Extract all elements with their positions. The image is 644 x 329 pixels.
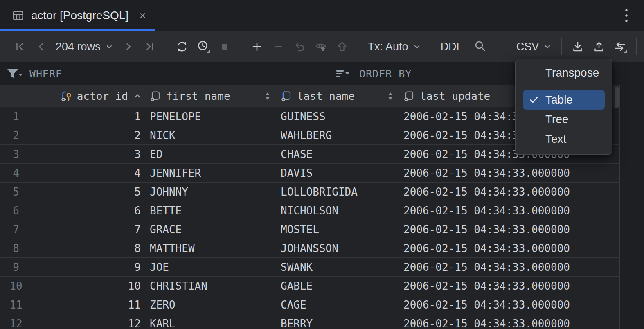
close-icon[interactable]: [137, 10, 148, 21]
row-number-cell[interactable]: 5: [0, 183, 32, 201]
row-number-cell[interactable]: 10: [0, 277, 32, 295]
cell-last-name[interactable]: GABLE: [277, 277, 400, 295]
clock-icon[interactable]: [196, 40, 210, 54]
cell-first-name[interactable]: NICK: [146, 126, 277, 144]
search-icon[interactable]: [473, 40, 487, 54]
cell-last-name[interactable]: JOHANSSON: [277, 239, 400, 257]
kebab-menu-icon[interactable]: [619, 5, 633, 26]
order-by-label[interactable]: ORDER BY: [359, 68, 412, 80]
cell-actor-id[interactable]: 5: [32, 183, 146, 201]
cell-last-name[interactable]: SWANK: [277, 258, 400, 276]
cell-first-name[interactable]: CHRISTIAN: [146, 277, 277, 295]
cell-first-name[interactable]: GRACE: [146, 220, 277, 239]
cell-actor-id[interactable]: 10: [32, 277, 146, 295]
row-number-cell[interactable]: 6: [0, 201, 32, 220]
row-number-cell[interactable]: 12: [0, 314, 32, 329]
tx-mode-selector[interactable]: Tx: Auto: [368, 41, 421, 53]
last-page-icon[interactable]: [143, 40, 157, 54]
cell-last-name[interactable]: GUINESS: [277, 107, 400, 126]
cell-actor-id[interactable]: 6: [32, 201, 146, 220]
cell-last-update[interactable]: 2006-02-15 04:34:33.000000: [400, 295, 620, 314]
row-number-cell[interactable]: 3: [0, 145, 32, 163]
menu-item-tree[interactable]: Tree: [523, 110, 605, 129]
refresh-icon[interactable]: [175, 40, 189, 54]
cell-actor-id[interactable]: 9: [32, 258, 146, 276]
export-format-selector[interactable]: CSV: [516, 41, 552, 53]
cell-last-name[interactable]: CAGE: [277, 295, 400, 314]
cell-first-name[interactable]: JENNIFER: [146, 164, 277, 182]
first-page-icon[interactable]: [13, 40, 27, 54]
cell-last-name[interactable]: WAHLBERG: [277, 126, 400, 144]
menu-item-transpose[interactable]: Transpose: [523, 63, 605, 83]
cell-last-update[interactable]: 2006-02-15 04:34:33.000000: [400, 314, 620, 329]
cell-first-name[interactable]: JOHNNY: [146, 183, 277, 201]
cell-last-name[interactable]: MOSTEL: [277, 220, 400, 239]
plus-icon[interactable]: [250, 40, 264, 54]
row-number-cell[interactable]: 9: [0, 258, 32, 276]
toolbar-separator: [358, 38, 358, 55]
cell-last-update[interactable]: 2006-02-15 04:34:33.000000: [400, 201, 620, 220]
undo-icon[interactable]: [293, 40, 306, 54]
chevron-left-icon[interactable]: [34, 40, 48, 54]
column-header-first-name[interactable]: first_name: [146, 85, 277, 107]
cell-last-update[interactable]: 2006-02-15 04:34:33.000000: [400, 164, 620, 182]
funnel-icon[interactable]: [6, 67, 24, 80]
cell-last-name[interactable]: DAVIS: [277, 164, 400, 182]
cell-actor-id[interactable]: 2: [32, 126, 146, 144]
cell-last-update[interactable]: 2006-02-15 04:34:33.000000: [400, 239, 620, 257]
row-number-cell[interactable]: 2: [0, 126, 32, 144]
vertical-scrollbar-thumb[interactable]: [615, 87, 619, 108]
cell-last-name[interactable]: LOLLOBRIGIDA: [277, 183, 400, 201]
cell-last-update[interactable]: 2006-02-15 04:34:33.000000: [400, 258, 620, 276]
chevron-right-icon[interactable]: [122, 40, 135, 54]
row-number-cell[interactable]: 1: [0, 107, 32, 126]
cell-last-name[interactable]: NICHOLSON: [277, 201, 400, 220]
cell-first-name[interactable]: KARL: [146, 314, 277, 329]
stop-icon[interactable]: [218, 40, 232, 54]
cell-actor-id[interactable]: 4: [32, 164, 146, 182]
sort-lines-icon[interactable]: [335, 67, 353, 80]
cell-actor-id[interactable]: 8: [32, 239, 146, 257]
cell-first-name[interactable]: BETTE: [146, 201, 277, 220]
cell-actor-id[interactable]: 3: [32, 145, 146, 163]
cell-last-name[interactable]: BERRY: [277, 314, 400, 329]
cell-actor-id[interactable]: 7: [32, 220, 146, 239]
column-header-actor-id[interactable]: actor_id: [32, 85, 146, 107]
ddl-label: DDL: [441, 41, 463, 53]
arrow-up-outline-icon[interactable]: [335, 40, 349, 54]
row-number-cell[interactable]: 7: [0, 220, 32, 239]
minus-icon[interactable]: [271, 40, 285, 54]
order-by-area[interactable]: ORDER BY: [335, 62, 412, 85]
cell-last-name[interactable]: CHASE: [277, 145, 400, 163]
cell-last-update[interactable]: 2006-02-15 04:34:33.000000: [400, 183, 620, 201]
menu-item-text[interactable]: Text: [523, 129, 605, 149]
menu-item-table[interactable]: Table: [523, 90, 605, 110]
cell-first-name[interactable]: JOE: [146, 258, 277, 276]
eye-upload-icon[interactable]: [314, 40, 328, 54]
cell-last-update[interactable]: 2006-02-15 04:34:33.000000: [400, 277, 620, 295]
row-number-cell[interactable]: 11: [0, 295, 32, 314]
cell-first-name[interactable]: MATTHEW: [146, 239, 277, 257]
cell-first-name[interactable]: ED: [146, 145, 277, 163]
sort-both-icon[interactable]: [263, 91, 274, 101]
cell-actor-id[interactable]: 11: [32, 295, 146, 314]
cell-actor-id[interactable]: 1: [32, 107, 146, 126]
cell-first-name[interactable]: PENELOPE: [146, 107, 277, 126]
row-number-cell[interactable]: 8: [0, 239, 32, 257]
ddl-button[interactable]: DDL: [441, 41, 463, 53]
compare-arrows-icon[interactable]: [613, 40, 627, 54]
sort-ascending-icon[interactable]: [132, 91, 143, 101]
cell-first-name[interactable]: ZERO: [146, 295, 277, 314]
row-number-cell[interactable]: 4: [0, 164, 32, 182]
where-filter-area[interactable]: WHERE: [6, 62, 62, 85]
cell-actor-id[interactable]: 12: [32, 314, 146, 329]
column-header-last-name[interactable]: last_name: [277, 85, 400, 107]
upload-icon[interactable]: [592, 40, 606, 54]
page-size-selector[interactable]: 204 rows: [56, 41, 114, 53]
download-icon[interactable]: [571, 40, 585, 54]
where-label[interactable]: WHERE: [29, 68, 62, 80]
row-number-header[interactable]: [0, 85, 32, 107]
cell-last-update[interactable]: 2006-02-15 04:34:33.000000: [400, 220, 620, 239]
tab-actor-postgresql[interactable]: actor [PostgreSQL]: [0, 0, 159, 31]
sort-both-icon[interactable]: [386, 91, 396, 101]
